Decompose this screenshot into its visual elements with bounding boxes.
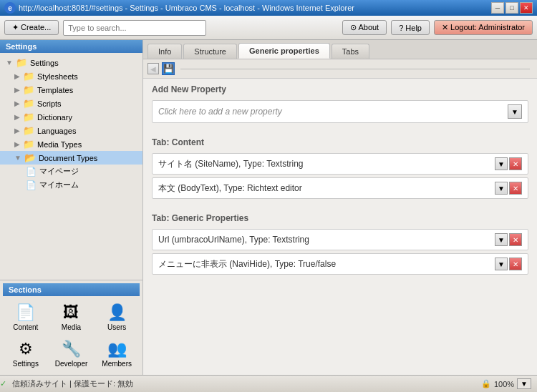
property-sitename-text: サイト名 (SiteName), Type: Textstring [158,158,495,170]
tree-item-templates[interactable]: ▶ 📁 Templates [0,83,142,97]
tree-item-documenttypes[interactable]: ▼ 📂 Document Types [0,151,142,165]
property-bodytext-actions: ▼ ✕ [495,182,522,195]
tab-generic-section: Tab: Generic Properties Url (umbracoUrlN… [143,207,537,283]
maximize-button[interactable]: □ [505,2,518,14]
tree-label: Dictionary [37,113,72,122]
section-label: Settings [13,360,39,368]
tree-item-settings[interactable]: ▼ 📁 Settings [0,56,142,69]
nav-arrows: ◀ 💾 [143,59,537,79]
create-button[interactable]: ✦ Create... [4,20,59,35]
add-property-section: Add New Property Click here to add a new… [143,79,537,132]
tree-label: Settings [30,59,59,67]
doc-icon: 📄 [26,180,37,190]
tab-generic-properties[interactable]: Generic properties [238,43,330,59]
add-property-dropdown[interactable]: ▼ [508,104,522,119]
zoom-dropdown-button[interactable]: ▼ [517,378,531,389]
sections-grid: 📄 Content 🖼 Media 👤 Users ⚙ Settings 🔧 [3,299,140,372]
tree-item-maipage[interactable]: 📄 マイページ [0,165,142,178]
title-text: e http://localhost:8081/#settings - Sett… [4,2,354,14]
tree-label: Stylesheets [37,72,78,81]
tree-label: Media Types [37,140,82,149]
tab-tabs[interactable]: Tabs [332,44,369,59]
section-label: Users [107,323,126,331]
save-icon[interactable]: 💾 [162,62,175,75]
sidebar: Settings ▼ 📁 Settings ▶ 📁 Stylesheets ▶ … [0,40,143,375]
folder-icon: 📂 [24,152,36,163]
folder-icon: 📁 [23,71,34,82]
media-icon: 🖼 [63,303,79,322]
property-url-text: Url (umbracoUrlName), Type: Textstring [158,235,495,245]
section-media[interactable]: 🖼 Media [50,300,93,334]
users-icon: 👤 [107,303,127,322]
property-navihide-text: メニューに非表示 (NaviHide), Type: True/false [158,258,495,270]
tab-info[interactable]: Info [147,44,182,59]
sections-panel: Sections 📄 Content 🖼 Media 👤 Users ⚙ Set… [0,280,142,375]
sidebar-header: Settings [0,40,142,53]
property-url: Url (umbracoUrlName), Type: Textstring ▼… [152,229,528,250]
folder-icon: 📁 [23,112,34,122]
toolbar: ✦ Create... ⊙ About ? Help ✕ Logout: Adm… [0,16,537,40]
status-text: 信頼済みサイト | 保護モード: 無効 [12,378,133,389]
property-navihide-delete[interactable]: ✕ [509,258,522,270]
section-developer[interactable]: 🔧 Developer [50,337,93,371]
property-bodytext-text: 本文 (BodyText), Type: Richtext editor [158,182,495,195]
about-button[interactable]: ⊙ About [342,20,387,35]
property-bodytext-edit[interactable]: ▼ [495,182,508,195]
tabs-bar: Info Structure Generic properties Tabs [143,40,537,59]
zoom-level: 100% [494,380,514,388]
tree-item-scripts[interactable]: ▶ 📁 Scripts [0,97,142,110]
status-right: 🔒 100% ▼ [481,378,537,389]
property-sitename-actions: ▼ ✕ [495,157,522,170]
close-button[interactable]: ✕ [520,2,533,14]
section-members[interactable]: 👥 Members [95,337,138,371]
doc-icon: 📄 [26,167,37,177]
tree-item-stylesheets[interactable]: ▶ 📁 Stylesheets [0,69,142,83]
logout-button[interactable]: ✕ Logout: Administrator [434,20,533,35]
property-navihide: メニューに非表示 (NaviHide), Type: True/false ▼ … [152,253,528,275]
tree-item-dictionary[interactable]: ▶ 📁 Dictionary [0,110,142,124]
back-arrow[interactable]: ◀ [147,63,159,74]
lock-icon: 🔒 [481,379,491,388]
add-property-row: Click here to add a new property ▼ [152,100,528,123]
section-content[interactable]: 📄 Content [4,300,47,334]
statusbar: ✓ 信頼済みサイト | 保護モード: 無効 🔒 100% ▼ [0,375,537,392]
tree-container: ▼ 📁 Settings ▶ 📁 Stylesheets ▶ 📁 Templat… [0,53,142,280]
tab-structure[interactable]: Structure [183,44,237,59]
section-users[interactable]: 👤 Users [95,300,138,334]
section-settings[interactable]: ⚙ Settings [4,337,47,371]
tree-label: マイホーム [39,180,79,190]
section-label: Media [62,323,81,331]
help-button[interactable]: ? Help [391,20,430,35]
sections-header: Sections [3,283,140,296]
content-body: Add New Property Click here to add a new… [143,79,537,375]
section-label: Developer [55,360,88,368]
window-controls: ─ □ ✕ [491,2,533,14]
ie-icon: e [4,2,16,14]
tree-item-mediatypes[interactable]: ▶ 📁 Media Types [0,137,142,151]
developer-icon: 🔧 [62,340,81,358]
add-property-placeholder[interactable]: Click here to add a new property [158,107,508,117]
tab-content-title: Tab: Content [152,137,528,147]
content-icon: 📄 [16,303,35,322]
search-input[interactable] [63,20,206,36]
tree-item-maihome[interactable]: 📄 マイホーム [0,178,142,192]
minimize-button[interactable]: ─ [491,2,504,14]
property-bodytext-delete[interactable]: ✕ [509,182,522,195]
toolbar-right: ⊙ About ? Help ✕ Logout: Administrator [342,20,533,35]
content-area: Info Structure Generic properties Tabs ◀… [143,40,537,375]
property-url-delete[interactable]: ✕ [509,233,522,246]
property-navihide-actions: ▼ ✕ [495,258,522,270]
tree-item-languages[interactable]: ▶ 📁 Languages [0,124,142,137]
folder-icon: 📁 [23,84,34,95]
tab-generic-title: Tab: Generic Properties [152,213,528,223]
window-title: http://localhost:8081/#settings - Settin… [19,4,354,12]
property-sitename-delete[interactable]: ✕ [509,157,522,170]
property-navihide-edit[interactable]: ▼ [495,258,508,270]
property-url-actions: ▼ ✕ [495,233,522,246]
property-sitename: サイト名 (SiteName), Type: Textstring ▼ ✕ [152,153,528,175]
settings-icon: ⚙ [19,340,33,358]
property-url-edit[interactable]: ▼ [495,233,508,246]
tab-content-section: Tab: Content サイト名 (SiteName), Type: Text… [143,132,537,207]
property-sitename-edit[interactable]: ▼ [495,157,508,170]
tree-label: Document Types [39,154,97,162]
